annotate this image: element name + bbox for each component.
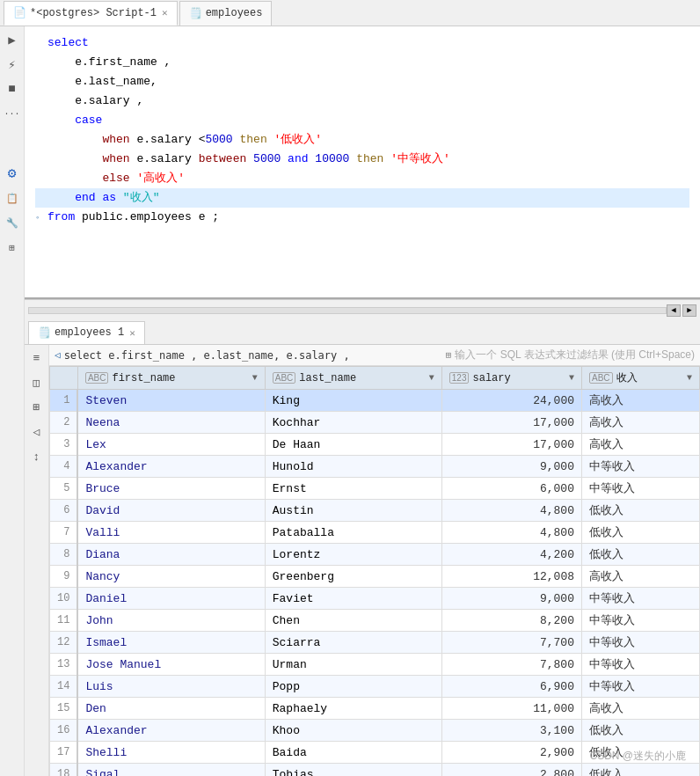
row-number: 15 [50,698,78,720]
table-row[interactable]: 4AlexanderHunold9,000中等收入 [50,456,700,478]
cell-level: 高收入 [581,412,699,434]
sidebar-debug-icon[interactable]: 🔧 [3,213,22,232]
result-sidebar-grid2-icon[interactable]: ⊞ [27,398,47,417]
sidebar-gear-icon[interactable]: ⚙ [3,164,22,183]
data-table-container[interactable]: ABC first_name ▼ ABC last_name [49,366,700,776]
table-row[interactable]: 18SigalTobias2,800低收入 [50,764,700,777]
table-row[interactable]: 15DenRaphaely11,000高收入 [50,698,700,720]
cell-level: 中等收入 [581,632,699,654]
sidebar-stop-icon[interactable]: ■ [3,79,22,99]
sql-editor[interactable]: select e.first_name , e.last_name, e.sal… [25,26,700,299]
cell-first-name: Steven [77,390,265,412]
sidebar-grid-icon[interactable]: ⊞ [3,238,22,257]
cell-first-name: Neena [77,412,265,434]
table-row[interactable]: 7ValliPataballa4,800低收入 [50,522,700,544]
cell-first-name: John [77,610,265,632]
cell-salary: 17,000 [441,434,581,456]
row-number: 18 [50,764,78,777]
result-sidebar-back-icon[interactable]: ◁ [27,422,47,442]
cell-level: 高收入 [581,390,699,412]
table-row[interactable]: 3LexDe Haan17,000高收入 [50,434,700,456]
result-panel: ≡ ◫ ⊞ ◁ ↕ ◁ select e.first_name , e.last… [25,345,700,776]
employees-tab[interactable]: 🗒️ employees [179,1,273,26]
result-tab-label: employees 1 [55,326,124,339]
cell-last-name: Kochhar [265,412,441,434]
cell-last-name: Khoo [265,720,441,742]
col-salary[interactable]: 123 salary ▼ [441,367,581,390]
scroll-area: ◀ ▶ [25,299,700,320]
query-info-bar: ◁ select e.first_name , e.last_name, e.s… [49,345,700,366]
right-content: select e.first_name , e.last_name, e.sal… [25,26,700,776]
result-sidebar-sort-icon[interactable]: ↕ [27,447,47,466]
sidebar-dots-icon[interactable]: ··· [3,104,22,123]
script-tab-close[interactable]: ✕ [162,7,168,18]
table-row[interactable]: 14LuisPopp6,900中等收入 [50,676,700,698]
table-row[interactable]: 11JohnChen8,200中等收入 [50,610,700,632]
sql-line-7: when e.salary between 5000 and 10000 the… [35,150,689,169]
result-tab[interactable]: 🗒️ employees 1 ✕ [28,321,145,344]
cell-level: 高收入 [581,434,699,456]
cell-last-name: Raphaely [265,698,441,720]
row-number: 1 [50,390,78,412]
result-tab-close[interactable]: ✕ [129,327,135,339]
cell-first-name: Bruce [77,478,265,500]
cell-salary: 4,800 [441,522,581,544]
cell-first-name: Jose Manuel [77,654,265,676]
col-last-name[interactable]: ABC last_name ▼ [265,367,441,390]
filter-placeholder: 输入一个 SQL 表达式来过滤结果 (使用 Ctrl+Space) [455,348,695,362]
cell-salary: 7,700 [441,632,581,654]
table-row[interactable]: 9NancyGreenberg12,008高收入 [50,566,700,588]
table-row[interactable]: 6DavidAustin4,800低收入 [50,500,700,522]
sidebar-run-icon[interactable]: ▶ [3,30,22,49]
table-row[interactable]: 16AlexanderKhoo3,100低收入 [50,720,700,742]
row-number: 11 [50,610,78,632]
sidebar-page-icon[interactable]: 📋 [3,188,22,208]
result-sidebar-layout-icon[interactable]: ◫ [27,373,47,392]
col-first-name[interactable]: ABC first_name ▼ [77,367,265,390]
cell-first-name: Lex [77,434,265,456]
cell-level: 高收入 [581,566,699,588]
cell-last-name: Tobias [265,764,441,777]
result-sidebar-filter-icon[interactable]: ≡ [27,348,47,368]
table-row[interactable]: 13Jose ManuelUrman7,800中等收入 [50,654,700,676]
scroll-left-btn[interactable]: ◀ [667,304,681,317]
cell-level: 中等收入 [581,456,699,478]
table-row[interactable]: 8DianaLorentz4,200低收入 [50,544,700,566]
watermark: CSDN @迷失的小鹿 [589,749,686,764]
cell-level: 中等收入 [581,654,699,676]
script-tab-label: *<postgres> Script-1 [30,7,157,19]
data-table: ABC first_name ▼ ABC last_name [49,366,700,776]
table-row[interactable]: 10DanielFaviet9,000中等收入 [50,588,700,610]
scroll-track [28,307,667,314]
scroll-right-btn[interactable]: ▶ [682,304,696,317]
table-row[interactable]: 12IsmaelSciarra7,700中等收入 [50,632,700,654]
query-info-arrow-icon: ◁ [55,349,61,361]
cell-salary: 3,100 [441,720,581,742]
cell-salary: 24,000 [441,390,581,412]
cell-last-name: Ernst [265,478,441,500]
col-level[interactable]: ABC 收入 ▼ [581,367,699,390]
sql-line-4: e.salary , [35,92,689,111]
main-body: ▶ ⚡ ■ ··· ⚙ 📋 🔧 ⊞ select e.first_ [0,26,700,776]
script-tab[interactable]: 📄 *<postgres> Script-1 ✕ [4,1,178,26]
cell-last-name: Austin [265,500,441,522]
cell-first-name: David [77,500,265,522]
table-row[interactable]: 5BruceErnst6,000中等收入 [50,478,700,500]
cell-salary: 7,800 [441,654,581,676]
cell-first-name: Sigal [77,764,265,777]
row-number: 14 [50,676,78,698]
table-row[interactable]: 2NeenaKochhar17,000高收入 [50,412,700,434]
row-number: 10 [50,588,78,610]
cell-last-name: Sciarra [265,632,441,654]
cell-salary: 12,008 [441,566,581,588]
result-tab-icon: 🗒️ [38,326,51,340]
sql-line-5: case [35,111,689,130]
cell-last-name: Popp [265,676,441,698]
cell-salary: 2,800 [441,764,581,777]
sidebar-flash-icon[interactable]: ⚡ [3,55,22,74]
cell-salary: 6,000 [441,478,581,500]
result-sidebar: ≡ ◫ ⊞ ◁ ↕ [25,345,49,776]
result-content: ◁ select e.first_name , e.last_name, e.s… [49,345,700,776]
cell-level: 中等收入 [581,610,699,632]
table-row[interactable]: 1StevenKing24,000高收入 [50,390,700,412]
